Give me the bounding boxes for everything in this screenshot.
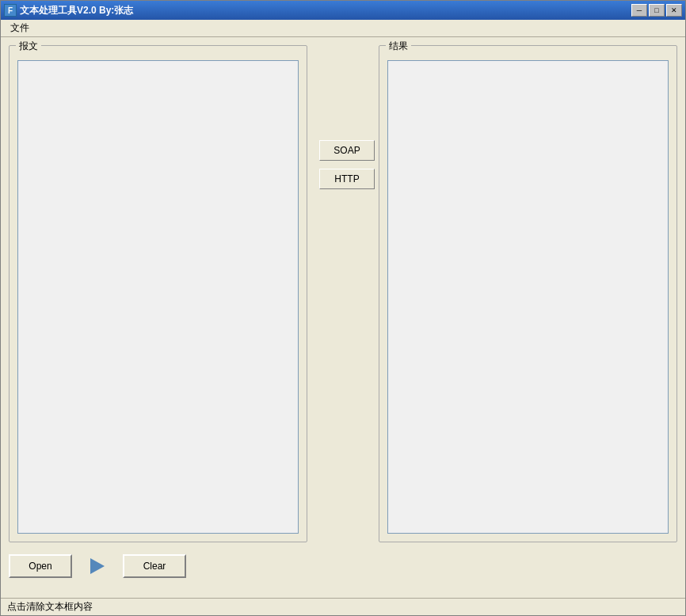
close-button[interactable]: ✕ <box>666 4 682 17</box>
clear-button[interactable]: Clear <box>123 554 186 578</box>
soap-button[interactable]: SOAP <box>319 140 375 161</box>
middle-column: SOAP HTTP <box>315 45 379 590</box>
jieguo-textarea[interactable] <box>387 60 669 534</box>
baowen-group: 报文 <box>9 45 307 542</box>
play-button[interactable] <box>88 557 107 576</box>
left-bottom-row: Open Clear <box>9 542 307 590</box>
jieguo-group: 结果 <box>379 45 677 542</box>
window-title: 文本处理工具V2.0 By:张志 <box>20 4 133 17</box>
open-button[interactable]: Open <box>9 554 72 578</box>
title-bar: F 文本处理工具V2.0 By:张志 ─ □ ✕ <box>1 1 685 20</box>
title-bar-controls: ─ □ ✕ <box>631 4 682 17</box>
maximize-button[interactable]: □ <box>649 4 665 17</box>
status-text: 点击清除文本框内容 <box>7 600 93 614</box>
left-bottom-buttons: Open Clear <box>9 554 307 578</box>
main-content: 报文 Open Clear SOAP HTTP <box>1 37 685 598</box>
right-panel: 结果 <box>379 45 677 590</box>
http-button[interactable]: HTTP <box>319 169 375 189</box>
baowen-textarea[interactable] <box>17 60 299 534</box>
jieguo-legend: 结果 <box>386 40 411 53</box>
menu-bar: 文件 <box>1 20 685 37</box>
title-bar-left: F 文本处理工具V2.0 By:张志 <box>4 4 133 17</box>
main-window: F 文本处理工具V2.0 By:张志 ─ □ ✕ 文件 报文 <box>0 0 686 616</box>
left-panel: 报文 Open Clear <box>9 45 307 590</box>
menu-file[interactable]: 文件 <box>4 20 36 36</box>
play-triangle-icon <box>90 558 105 574</box>
right-bottom-spacer <box>379 542 677 590</box>
baowen-legend: 报文 <box>16 40 41 53</box>
panels-row: 报文 Open Clear SOAP HTTP <box>9 45 677 590</box>
status-bar: 点击清除文本框内容 <box>1 598 685 615</box>
app-icon: F <box>4 4 17 17</box>
minimize-button[interactable]: ─ <box>631 4 647 17</box>
